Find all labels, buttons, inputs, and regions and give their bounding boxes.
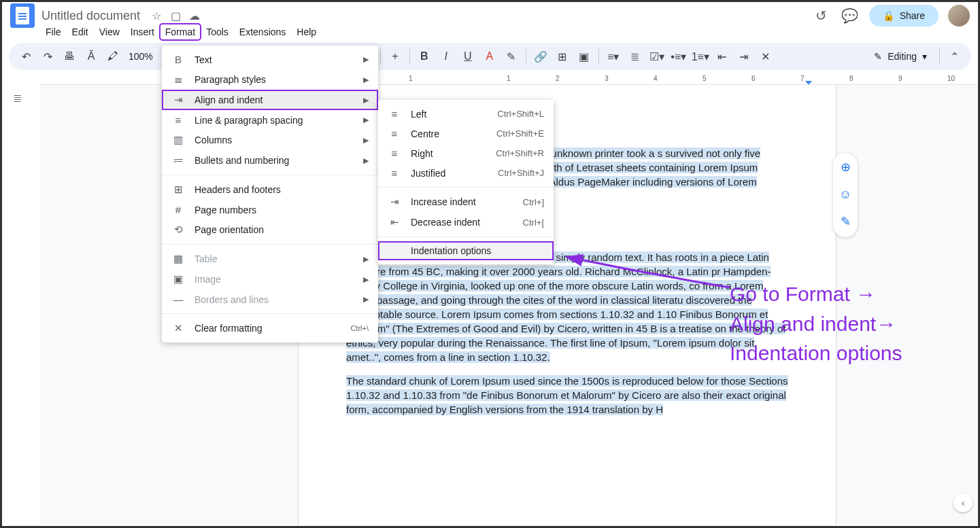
menu-tools[interactable]: Tools: [201, 24, 234, 40]
menu-item-label: Align and indent: [195, 94, 263, 105]
menu-format[interactable]: Format: [160, 24, 201, 40]
menu-shortcut: Ctrl+Shift+R: [496, 148, 544, 158]
menu-item-icon: ▥: [171, 134, 185, 146]
align-item-increase-indent[interactable]: ⇥Increase indentCtrl+]: [378, 192, 554, 212]
menu-item-icon: ≡: [388, 128, 401, 139]
format-item-page-orientation[interactable]: ⟲Page orientation: [162, 219, 378, 240]
format-item-paragraph-styles[interactable]: ≣Paragraph styles▶: [162, 69, 378, 90]
menu-item-label: Left: [411, 109, 426, 120]
menu-extensions[interactable]: Extensions: [234, 24, 291, 40]
checklist-button[interactable]: ☑▾: [647, 46, 667, 67]
move-icon[interactable]: ▢: [169, 9, 182, 22]
lock-icon: 🔒: [883, 10, 894, 21]
menu-insert[interactable]: Insert: [125, 24, 160, 40]
format-item-clear-formatting[interactable]: ✕Clear formattingCtrl+\: [162, 318, 378, 338]
toolbar: ↶ ↷ 🖶 Ă 🖍 100% + B I U A ✎ 🔗 ⊞ ▣ ≡▾ ≣ ☑▾…: [9, 43, 971, 70]
align-item-left[interactable]: ≡LeftCtrl+Shift+L: [378, 104, 554, 124]
menu-item-icon: ▣: [171, 273, 185, 285]
menu-item-icon: ⇥: [388, 196, 401, 208]
align-item-decrease-indent[interactable]: ⇤Decrease indentCtrl+[: [378, 212, 554, 232]
format-item-headers-and-footers[interactable]: ⊞Headers and footers: [162, 179, 378, 200]
text-color-button[interactable]: A: [479, 46, 500, 67]
side-panel-toggle[interactable]: ‹: [953, 493, 973, 512]
bold-button[interactable]: B: [414, 46, 435, 67]
menu-item-icon: ⊞: [171, 183, 185, 196]
outline-pane: ≣: [2, 85, 40, 525]
ruler-tick: 2: [556, 75, 560, 82]
menu-edit[interactable]: Edit: [67, 24, 94, 40]
redo-button[interactable]: ↷: [37, 46, 58, 67]
menu-item-label: Increase indent: [411, 196, 476, 207]
editing-mode-button[interactable]: ✎ Editing ▾: [866, 47, 935, 66]
menu-item-label: Columns: [195, 135, 232, 145]
print-button[interactable]: 🖶: [59, 46, 80, 67]
line-spacing-button[interactable]: ≣: [625, 46, 645, 67]
menu-item-label: Page numbers: [195, 205, 256, 215]
emoji-icon[interactable]: ☺: [836, 186, 855, 205]
image-button[interactable]: ▣: [574, 46, 594, 67]
annotation-line: Align and indent→: [730, 309, 902, 339]
header: Untitled document ☆ ▢ ☁ ↺ 💬 🔒 Share File…: [2, 2, 978, 85]
menu-item-label: Text: [195, 54, 212, 65]
highlight-button[interactable]: ✎: [501, 46, 522, 67]
submenu-arrow-icon: ▶: [363, 295, 369, 304]
account-avatar[interactable]: [948, 5, 970, 27]
ruler-tick: 7: [800, 75, 805, 82]
header-right: ↺ 💬 🔒 Share: [812, 5, 970, 27]
paint-format-button[interactable]: 🖍: [103, 46, 123, 67]
collapse-toolbar-button[interactable]: ⌃: [944, 46, 964, 67]
submenu-arrow-icon: ▶: [363, 156, 369, 165]
align-item-indentation-options[interactable]: Indentation options: [378, 241, 554, 260]
ruler-tick: 8: [849, 75, 854, 82]
menu-item-icon: ⇥: [171, 94, 185, 106]
cloud-status-icon[interactable]: ☁: [188, 9, 201, 22]
submenu-arrow-icon: ▶: [363, 96, 369, 105]
menu-item-label: Centre: [411, 128, 439, 139]
font-size-plus[interactable]: +: [385, 46, 405, 67]
suggest-icon[interactable]: ✎: [836, 213, 855, 232]
align-button[interactable]: ≡▾: [603, 46, 624, 67]
menu-bar: FileEditViewInsertFormatToolsExtensionsH…: [2, 25, 978, 43]
share-button[interactable]: 🔒 Share: [869, 5, 939, 27]
align-item-justified[interactable]: ≡JustifiedCtrl+Shift+J: [378, 163, 554, 183]
menu-item-label: Borders and lines: [195, 294, 269, 305]
spellcheck-button[interactable]: Ă: [81, 46, 101, 67]
star-icon[interactable]: ☆: [150, 9, 163, 22]
document-title[interactable]: Untitled document: [41, 9, 140, 23]
comments-icon[interactable]: 💬: [841, 6, 860, 25]
increase-indent-button[interactable]: ⇥: [734, 46, 754, 67]
italic-button[interactable]: I: [436, 46, 456, 67]
format-item-line-paragraph-spacing[interactable]: ≡Line & paragraph spacing▶: [162, 110, 378, 130]
format-item-align-and-indent[interactable]: ⇥Align and indent▶: [162, 90, 378, 110]
ruler-tick: 10: [947, 75, 955, 82]
format-item-columns[interactable]: ▥Columns▶: [162, 130, 378, 150]
format-item-image: ▣Image▶: [162, 269, 378, 289]
align-indent-submenu: ≡LeftCtrl+Shift+L≡CentreCtrl+Shift+E≡Rig…: [378, 100, 554, 264]
outline-icon[interactable]: ≣: [13, 92, 29, 108]
undo-button[interactable]: ↶: [16, 46, 36, 67]
submenu-arrow-icon: ▶: [363, 75, 369, 84]
decrease-indent-button[interactable]: ⇤: [712, 46, 732, 67]
menu-item-icon: ✕: [171, 322, 185, 334]
align-item-centre[interactable]: ≡CentreCtrl+Shift+E: [378, 124, 554, 143]
clear-format-button[interactable]: ✕: [756, 46, 776, 67]
menu-view[interactable]: View: [94, 24, 125, 40]
annotation-line: Indentation options: [730, 338, 902, 368]
menu-help[interactable]: Help: [291, 24, 322, 40]
docs-logo-icon[interactable]: [10, 3, 35, 28]
add-comment-icon[interactable]: ⊕: [836, 158, 855, 177]
comment-button[interactable]: ⊞: [552, 46, 573, 67]
link-button[interactable]: 🔗: [530, 46, 551, 67]
history-icon[interactable]: ↺: [812, 6, 831, 25]
menu-file[interactable]: File: [40, 24, 67, 40]
align-item-right[interactable]: ≡RightCtrl+Shift+R: [378, 143, 554, 163]
format-item-text[interactable]: BText▶: [162, 50, 378, 69]
menu-shortcut: Ctrl+Shift+J: [498, 168, 544, 178]
numbered-list-button[interactable]: 1≡▾: [690, 46, 711, 67]
zoom-select[interactable]: 100%: [124, 51, 157, 62]
format-item-bullets-and-numbering[interactable]: ≔Bullets and numbering▶: [162, 150, 378, 171]
bulleted-list-button[interactable]: •≡▾: [669, 46, 689, 67]
submenu-arrow-icon: ▶: [363, 55, 369, 64]
underline-button[interactable]: U: [458, 46, 478, 67]
format-item-page-numbers[interactable]: #Page numbers: [162, 200, 378, 219]
